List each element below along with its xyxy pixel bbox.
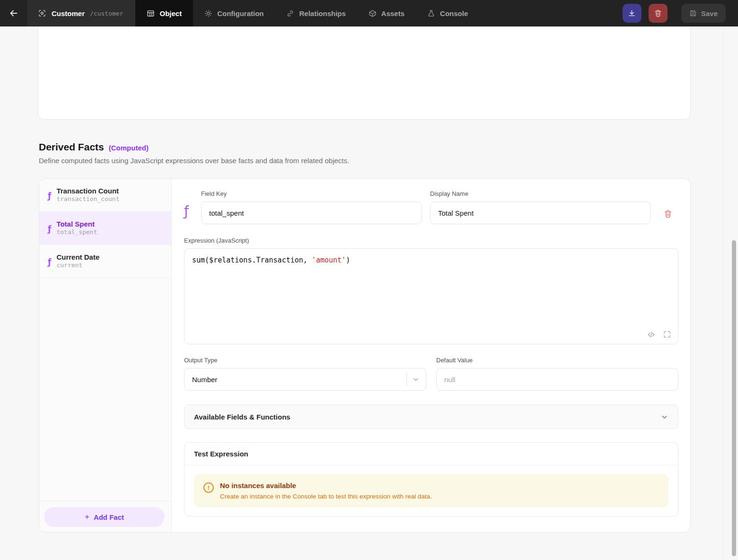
- chevron-down-icon: [660, 413, 668, 421]
- scrollbar-thumb[interactable]: [732, 240, 736, 556]
- save-label: Save: [701, 9, 718, 18]
- object-scan-icon: [38, 9, 46, 18]
- code-text: ): [346, 256, 350, 264]
- fact-key: current: [56, 262, 99, 270]
- fact-list-sidebar: ƒ Transaction Count transaction_count ƒ …: [39, 179, 172, 532]
- entity-breadcrumb[interactable]: Customer /customer: [27, 0, 135, 26]
- fact-key: transaction_count: [56, 195, 119, 203]
- tab-configuration[interactable]: Configuration: [193, 0, 275, 26]
- fact-name: Current Date: [56, 253, 99, 262]
- output-type-value: Number: [192, 376, 217, 384]
- section-description: Define computed facts using JavaScript e…: [39, 157, 349, 165]
- output-type-label: Output Type: [184, 357, 426, 364]
- table-icon: [147, 9, 155, 18]
- floppy-icon: [689, 9, 697, 17]
- expression-editor[interactable]: sum($relations.Transaction, 'amount'): [184, 248, 678, 344]
- gear-icon: [204, 9, 212, 18]
- trash-icon: [663, 209, 673, 224]
- test-expression-title: Test Expression: [184, 443, 678, 465]
- fact-item-current-date[interactable]: ƒ Current Date current: [39, 245, 171, 278]
- fact-name: Total Spent: [56, 220, 97, 229]
- fact-item-total-spent[interactable]: ƒ Total Spent total_spent: [39, 212, 171, 245]
- fact-item-transaction-count[interactable]: ƒ Transaction Count transaction_count: [39, 179, 171, 212]
- output-type-select[interactable]: Number: [184, 368, 426, 391]
- tab-relationships[interactable]: Relationships: [275, 0, 357, 26]
- computed-badge: (Computed): [109, 144, 149, 152]
- function-icon: ƒ: [184, 203, 194, 224]
- field-key-input[interactable]: total_spent: [201, 201, 422, 224]
- add-fact-label: Add Fact: [94, 513, 124, 521]
- fact-key: total_spent: [56, 228, 97, 236]
- download-button[interactable]: [623, 4, 641, 23]
- field-key-label: Field Key: [201, 190, 422, 197]
- warning-title: No instances available: [220, 481, 432, 490]
- function-icon: ƒ: [48, 257, 51, 267]
- delete-button[interactable]: [649, 4, 668, 23]
- test-expression-panel: Test Expression ! No instances available…: [184, 442, 678, 516]
- save-button[interactable]: Save: [681, 4, 726, 23]
- display-name-input[interactable]: Total Spent: [430, 201, 651, 224]
- entity-slug: /customer: [90, 10, 123, 17]
- default-value-label: Default Value: [436, 357, 678, 364]
- entity-name: Customer: [52, 9, 85, 18]
- arrow-left-icon: [9, 9, 18, 18]
- download-icon: [627, 9, 636, 18]
- link-icon: [286, 9, 294, 18]
- tab-label: Console: [440, 9, 468, 18]
- available-fields-label: Available Fields & Functions: [194, 413, 290, 421]
- fact-name: Transaction Count: [56, 187, 119, 196]
- add-fact-button[interactable]: + Add Fact: [44, 507, 165, 527]
- function-icon: ƒ: [48, 191, 51, 201]
- tab-console[interactable]: Console: [416, 0, 479, 26]
- tab-label: Relationships: [299, 9, 345, 18]
- divider: [406, 373, 407, 385]
- section-title: Derived Facts: [39, 141, 104, 153]
- plus-icon: +: [85, 512, 89, 522]
- top-bar: Customer /customer Object Configuration …: [0, 0, 738, 26]
- expression-tools: [647, 330, 671, 339]
- available-fields-accordion[interactable]: Available Fields & Functions: [184, 404, 678, 429]
- cube-icon: [369, 9, 377, 18]
- code-string: 'amount': [312, 256, 346, 264]
- default-value-input[interactable]: null: [436, 368, 678, 391]
- function-icon: ƒ: [48, 224, 51, 234]
- expression-label: Expression (JavaScript): [184, 237, 678, 244]
- top-actions: Save: [623, 0, 738, 26]
- tab-object[interactable]: Object: [135, 0, 193, 26]
- trash-icon: [654, 9, 662, 18]
- fact-list-footer: + Add Fact: [39, 501, 171, 532]
- scrollbar-track: [723, 26, 738, 560]
- delete-fact-button[interactable]: [658, 209, 678, 224]
- display-name-label: Display Name: [430, 190, 651, 197]
- derived-facts-header: Derived Facts (Computed) Define computed…: [39, 141, 349, 165]
- fact-editor-panel: ƒ Field Key total_spent Display Name Tot…: [172, 179, 690, 532]
- tab-label: Configuration: [217, 9, 264, 18]
- no-instances-warning: ! No instances available Create an insta…: [194, 474, 668, 508]
- back-button[interactable]: [0, 0, 27, 26]
- alert-circle-icon: !: [203, 482, 214, 493]
- derived-facts-card: ƒ Transaction Count transaction_count ƒ …: [39, 178, 691, 533]
- tab-assets[interactable]: Assets: [357, 0, 416, 26]
- chevron-down-icon: [412, 376, 420, 383]
- tab-label: Object: [159, 9, 182, 18]
- flask-icon: [427, 9, 435, 18]
- code-icon[interactable]: [647, 330, 656, 339]
- expand-icon[interactable]: [663, 330, 671, 339]
- code-text: sum($relations.Transaction,: [192, 256, 312, 264]
- input-placeholder: null: [444, 376, 455, 384]
- tab-label: Assets: [381, 9, 404, 18]
- warning-message: Create an instance in the Console tab to…: [220, 493, 432, 500]
